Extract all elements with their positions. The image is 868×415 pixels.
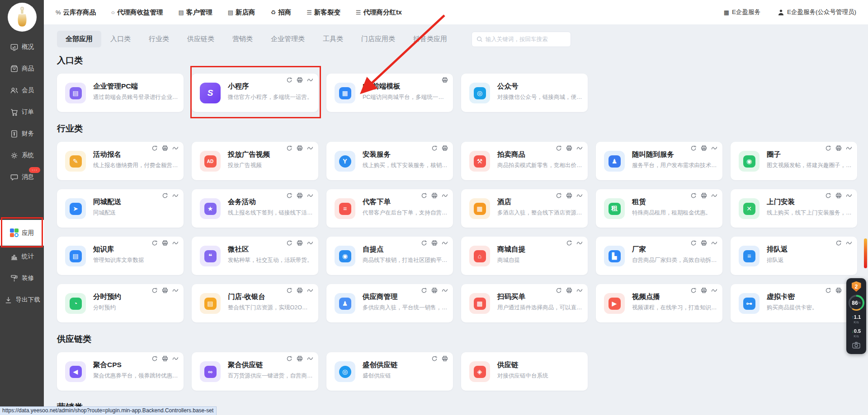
app-card[interactable]: ▩扫码买单用户通过插件选择商品，可以直接... [461, 284, 588, 322]
printer-icon[interactable] [701, 240, 707, 246]
link-icon[interactable] [307, 355, 313, 362]
refresh-icon[interactable] [431, 355, 438, 362]
sidebar-item-overview[interactable]: 概况 [0, 36, 44, 58]
app-card[interactable]: S小程序微信官方小程序，多端统一运营。 [192, 74, 318, 112]
tab-1[interactable]: 入口类 [101, 31, 140, 47]
app-card[interactable]: ▤门店-收银台整合线下门店资源，实现O2O异业... [192, 284, 318, 322]
printer-icon[interactable] [162, 240, 168, 246]
link-icon[interactable] [172, 287, 179, 294]
app-card[interactable]: AD投放广告视频投放广告视频 [192, 142, 318, 180]
refresh-icon[interactable] [431, 145, 438, 151]
refresh-icon[interactable] [421, 287, 427, 294]
shield-badge-icon[interactable]: 2 [852, 281, 861, 292]
refresh-icon[interactable] [286, 77, 292, 83]
link-icon[interactable] [442, 192, 448, 199]
refresh-icon[interactable] [690, 192, 697, 199]
refresh-icon[interactable] [835, 240, 842, 246]
topbar-menu-2[interactable]: ▤客户管理 [178, 8, 212, 17]
app-card[interactable]: ▦PC前端模板PC端访问商城平台，多端统一运... [326, 74, 453, 112]
printer-icon[interactable] [431, 287, 438, 294]
printer-icon[interactable] [431, 240, 438, 246]
refresh-icon[interactable] [556, 192, 562, 199]
topbar-menu-6[interactable]: ☰代理商分红tx [356, 8, 402, 17]
refresh-icon[interactable] [825, 145, 831, 151]
topbar-menu-3[interactable]: ▤新店商 [228, 8, 255, 17]
link-icon[interactable] [442, 287, 448, 294]
app-card[interactable]: ◉圈子图文视频发帖，搭建兴趣圈子，实... [731, 142, 857, 180]
printer-icon[interactable] [566, 287, 572, 294]
refresh-icon[interactable] [421, 240, 427, 246]
app-card[interactable]: ≡代客下单代替客户在后台下单，支持自营，... [326, 189, 453, 228]
app-card[interactable]: ⊶虚拟卡密购买商品提供卡密。 [731, 284, 857, 322]
refresh-icon[interactable] [286, 145, 292, 151]
sidebar-item-stats[interactable]: 统计 [0, 246, 44, 267]
link-icon[interactable] [846, 145, 852, 151]
sidebar-item-message[interactable]: 消息··· [0, 166, 44, 188]
link-icon[interactable] [172, 355, 179, 362]
link-icon[interactable] [307, 287, 313, 294]
printer-icon[interactable] [442, 77, 448, 83]
refresh-icon[interactable] [566, 240, 572, 246]
link-icon[interactable] [711, 240, 717, 246]
link-icon[interactable] [307, 77, 313, 83]
app-card[interactable]: ✕上门安装线上购买，线下上门安装服务，核... [731, 189, 857, 228]
tab-5[interactable]: 企业管理类 [262, 31, 314, 47]
scrollbar-thumb[interactable] [864, 238, 867, 268]
link-icon[interactable] [576, 192, 583, 199]
printer-icon[interactable] [835, 145, 842, 151]
app-card[interactable]: ♟随叫随到服务服务平台，用户发布需求由技术师... [596, 142, 722, 180]
printer-icon[interactable] [701, 145, 707, 151]
app-card[interactable]: ≡排队返排队返 [731, 237, 857, 275]
refresh-icon[interactable] [286, 355, 292, 362]
sidebar-item-finance[interactable]: 财务 [0, 123, 44, 145]
printer-icon[interactable] [442, 145, 448, 151]
printer-icon[interactable] [162, 287, 168, 294]
refresh-icon[interactable] [286, 192, 292, 199]
search-input[interactable] [486, 36, 566, 42]
refresh-icon[interactable] [690, 287, 697, 294]
app-card[interactable]: ▤企业管理PC端通过前端会员账号登录进行企业管理 [57, 74, 184, 112]
refresh-icon[interactable] [286, 240, 292, 246]
printer-icon[interactable] [297, 240, 303, 246]
link-icon[interactable] [711, 192, 717, 199]
refresh-icon[interactable] [151, 287, 158, 294]
printer-icon[interactable] [835, 192, 842, 199]
account-menu[interactable]: E企盈服务(公众号管理员) [778, 8, 856, 16]
tab-2[interactable]: 行业类 [140, 31, 178, 47]
printer-icon[interactable] [566, 192, 572, 199]
app-card[interactable]: ▙厂家自营商品厂家归类，高效自动拆单。 [596, 237, 722, 275]
app-card[interactable]: ❝微社区发帖种草，社交互动，活跃带货。 [192, 237, 318, 275]
app-card[interactable]: ∞聚合供应链百万货源供应一键进货，自营商品... [192, 352, 318, 391]
tab-3[interactable]: 供应链类 [178, 31, 223, 47]
printer-icon[interactable] [431, 192, 438, 199]
topbar-menu-4[interactable]: ♻招商 [271, 8, 292, 17]
screenshot-camera-icon[interactable] [852, 342, 860, 350]
link-icon[interactable] [172, 192, 179, 199]
refresh-icon[interactable] [825, 287, 831, 294]
printer-icon[interactable] [297, 77, 303, 83]
link-icon[interactable] [711, 145, 717, 151]
app-card[interactable]: ◎盛创供应链盛创供应链 [326, 352, 453, 391]
topbar-menu-0[interactable]: %云库存商品 [56, 8, 96, 17]
refresh-icon[interactable] [690, 240, 697, 246]
app-card[interactable]: ◉自提点商品线下核销，打造社区团购平台。 [326, 237, 453, 275]
sidebar-item-system[interactable]: 系统 [0, 145, 44, 166]
printer-icon[interactable] [701, 192, 707, 199]
printer-icon[interactable] [162, 355, 168, 362]
link-icon[interactable] [307, 240, 313, 246]
printer-icon[interactable] [297, 287, 303, 294]
refresh-icon[interactable] [556, 145, 562, 151]
printer-icon[interactable] [442, 355, 448, 362]
app-card[interactable]: ▶视频点播视频课程，在线学习，打造知识付... [596, 284, 722, 322]
sidebar-item-order[interactable]: 订单 [0, 101, 44, 123]
app-card[interactable]: ◔分时预约分时预约 [57, 284, 184, 322]
tab-8[interactable]: 抖音类应用 [404, 31, 456, 47]
app-card[interactable]: ◎公众号对接微信公众号，链接商城，便于... [461, 74, 588, 112]
app-card[interactable]: Y安装服务线上购买，线下安装服务，核销确... [326, 142, 453, 180]
link-icon[interactable] [711, 287, 717, 294]
sidebar-item-apps[interactable]: 应用 [0, 220, 44, 246]
printer-icon[interactable] [297, 192, 303, 199]
store-logo-avatar[interactable] [8, 3, 37, 32]
workspace-switcher[interactable]: ▦E企盈服务 [724, 8, 760, 16]
app-card[interactable]: ✎活动报名线上报名缴纳费用，付费金额营销... [57, 142, 184, 180]
